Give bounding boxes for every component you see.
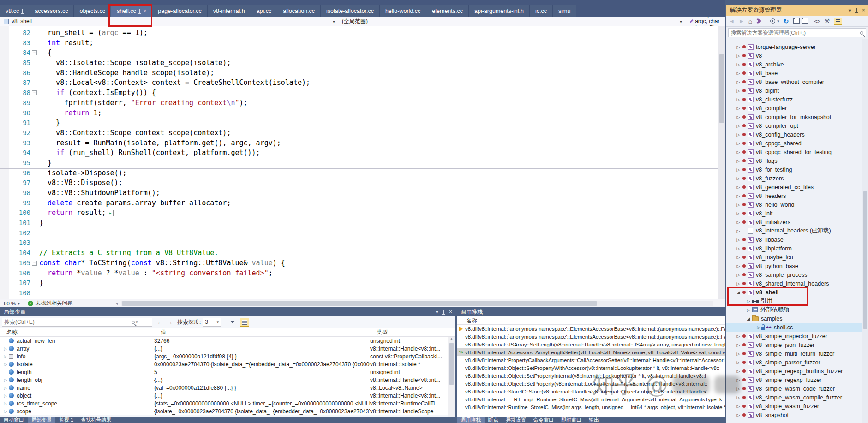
tree-item-torque-language-server[interactable]: ▷torque-language-server	[726, 42, 862, 51]
pin-icon[interactable]	[139, 9, 140, 13]
stack-frame-7[interactable]: v8.dll!v8::internal::Object::SetProperty…	[457, 380, 725, 387]
chevron-collapsed-icon[interactable]: ▷	[736, 404, 741, 409]
tree-item-v8-cppgc-shared[interactable]: ▷v8_cppgc_shared	[726, 139, 862, 148]
tree-item-v8-archive[interactable]: ▷v8_archive	[726, 60, 862, 69]
chevron-collapsed-icon[interactable]: ▷	[736, 167, 741, 172]
close-icon[interactable]: ×	[862, 7, 865, 13]
variable-row-rcs_timer_scope[interactable]: ▷rcs_timer_scope{stats_=0x00000000000000…	[0, 399, 455, 407]
scrollbar-thumb[interactable]	[719, 54, 724, 123]
tree-item-v8-snapshot[interactable]: ▷v8_snapshot	[726, 411, 862, 419]
file-tab-accessors-cc[interactable]: accessors.cc	[29, 5, 74, 17]
stack-frame-10[interactable]: v8.dll!v8::internal::Runtime_StoreIC_Mis…	[457, 403, 725, 411]
solution-explorer-scrollbar[interactable]	[862, 39, 868, 423]
search-next-icon[interactable]: →	[167, 319, 173, 326]
fold-margin[interactable]: −−−	[30, 28, 39, 298]
tree-item-v8-simple-multi-return-fuzzer[interactable]: ▷v8_simple_multi_return_fuzzer	[726, 349, 862, 358]
chevron-collapsed-icon[interactable]: ▷	[736, 395, 741, 400]
close-icon[interactable]: ×	[143, 9, 147, 13]
code-text[interactable]: run_shell = (argc == 1); int result; { v…	[39, 28, 718, 298]
chevron-collapsed-icon[interactable]: ▷	[736, 369, 741, 374]
chevron-collapsed-icon[interactable]: ▷	[736, 203, 741, 207]
back-icon[interactable]: ◄	[729, 18, 735, 24]
close-icon[interactable]: ×	[449, 309, 452, 315]
tool-tab-left-局部变量[interactable]: 局部变量	[28, 417, 55, 423]
chevron-collapsed-icon[interactable]: ▷	[736, 211, 741, 216]
chevron-collapsed-icon[interactable]: ▷	[736, 360, 741, 365]
grid-view-toggle-button[interactable]	[240, 318, 249, 327]
chevron-down-icon[interactable]: ▾	[680, 19, 682, 24]
file-tab-v8-internal-h[interactable]: v8-internal.h	[208, 5, 251, 17]
window-position-icon[interactable]: ▾	[436, 309, 438, 315]
tool-tab-left-自动窗口[interactable]: 自动窗口	[0, 417, 28, 423]
chevron-collapsed-icon[interactable]: ▷	[746, 299, 751, 304]
search-prev-icon[interactable]: ←	[157, 319, 163, 326]
tree-item--[interactable]: ▷外部依赖项	[726, 305, 862, 314]
member-dropdown[interactable]: main(int argc, char * argv[])	[685, 17, 725, 26]
tree-item-v8-compiler-opt[interactable]: ▷v8_compiler_opt	[726, 121, 862, 130]
tree-item-v8-compiler[interactable]: ▷v8_compiler	[726, 104, 862, 113]
chevron-collapsed-icon[interactable]: ▷	[736, 159, 741, 163]
file-tab-simu[interactable]: simu	[553, 5, 576, 17]
view-code-icon[interactable]: <>	[814, 18, 820, 24]
variable-row-scope[interactable]: ▷scope{isolate_=0x0000023ae2704370 {isol…	[0, 407, 455, 415]
expand-icon[interactable]: ▷	[2, 378, 9, 382]
chevron-collapsed-icon[interactable]: ▷	[736, 255, 741, 260]
tree-item-v8-base[interactable]: ▷v8_base	[726, 69, 862, 77]
file-tab-shell-cc[interactable]: shell.cc×	[111, 5, 152, 17]
tree-item-v8-flags[interactable]: ▷v8_flags	[726, 156, 862, 165]
tree-item-v8-config-headers[interactable]: ▷v8_config_headers	[726, 130, 862, 139]
pin-icon[interactable]	[22, 9, 23, 13]
tool-tab-right-断点[interactable]: 断点	[485, 417, 502, 423]
chevron-collapsed-icon[interactable]: ▷	[736, 54, 741, 58]
stack-frame-1[interactable]: v8.dll!v8::internal::`anonymous namespac…	[457, 333, 725, 340]
stack-frame-2[interactable]: v8.dll!v8::internal::JSArray::SetLength(…	[457, 340, 725, 348]
expand-icon[interactable]: ▷	[2, 354, 9, 359]
tree-item-v8-generated-cc-files[interactable]: ▷v8_generated_cc_files	[726, 183, 862, 191]
tree-item-v8-simple-wasm-compile-fuzzer[interactable]: ▷v8_simple_wasm_compile_fuzzer	[726, 393, 862, 402]
switch-views-icon[interactable]	[756, 18, 761, 24]
stack-frame-0[interactable]: v8.dll!v8::internal::`anonymous namespac…	[457, 325, 725, 333]
tree-item-v8-for-testing[interactable]: ▷v8_for_testing	[726, 165, 862, 174]
tree-item-v8-shell[interactable]: ◢v8_shell	[726, 288, 862, 297]
tree-item-v8-fuzzers[interactable]: ▷v8_fuzzers	[726, 174, 862, 183]
tree-item-v8-simple-wasm-code-fuzzer[interactable]: ▷v8_simple_wasm_code_fuzzer	[726, 384, 862, 393]
variable-row-info[interactable]: ▷info{args_=0x000000a121dfdf98 {4} }cons…	[0, 352, 455, 360]
chevron-down-icon[interactable]: ▾	[18, 301, 20, 306]
chevron-collapsed-icon[interactable]: ▷	[736, 246, 741, 251]
variable-row-array[interactable]: ▷array{...}v8::internal::Handle<v8::int.…	[0, 345, 455, 352]
tree-item-v8-python-base[interactable]: ▷v8_python_base	[726, 262, 862, 270]
sync-with-active-document-icon[interactable]	[802, 18, 806, 24]
fold-collapse-icon[interactable]: −	[32, 261, 37, 266]
preview-selected-items-toggle[interactable]	[834, 18, 842, 25]
chevron-collapsed-icon[interactable]: ▷	[736, 71, 741, 76]
chevron-collapsed-icon[interactable]: ▷	[736, 150, 741, 155]
chevron-collapsed-icon[interactable]: ▷	[736, 45, 741, 49]
tree-item-v8-cppgc-shared-for-testing[interactable]: ▷v8_cppgc_shared_for_testing	[726, 148, 862, 156]
stack-frame-5[interactable]: v8.dll!v8::internal::Object::SetProperty…	[457, 364, 725, 372]
editor-vertical-scrollbar[interactable]	[718, 26, 725, 299]
collapse-all-icon[interactable]	[793, 18, 797, 24]
stack-frame-8[interactable]: v8.dll!v8::internal::StoreIC::Store(v8::…	[457, 387, 725, 395]
tool-tab-right-调用堆栈[interactable]: 调用堆栈	[457, 417, 485, 423]
variable-row-isolate[interactable]: ▷isolate0x0000023ae2704370 {isolate_data…	[0, 360, 455, 368]
locals-vertical-scrollbar[interactable]: ▲	[448, 337, 455, 417]
chevron-collapsed-icon[interactable]: ▷	[736, 89, 741, 93]
tree-item-v8-internal-headers-[interactable]: ▷v8_internal_headers (已卸载)	[726, 226, 862, 235]
tree-item-v8-shared-internal-headers[interactable]: ▷v8_shared_internal_headers	[726, 279, 862, 288]
tree-item-v8-simple-json-fuzzer[interactable]: ▷v8_simple_json_fuzzer	[726, 340, 862, 349]
chevron-collapsed-icon[interactable]: ▷	[736, 185, 741, 190]
chevron-collapsed-icon[interactable]: ▷	[736, 62, 741, 67]
tool-tab-left-查找符号结果[interactable]: 查找符号结果	[77, 417, 115, 423]
file-tab-hello-world-cc[interactable]: hello-world.cc	[380, 5, 426, 17]
chevron-collapsed-icon[interactable]: ▷	[736, 132, 741, 137]
chevron-collapsed-icon[interactable]: ▷	[736, 115, 741, 119]
search-depth-dropdown[interactable]: 3 ▾	[203, 318, 221, 327]
chevron-expanded-icon[interactable]: ◢	[746, 316, 751, 321]
tree-item-v8-base-without-compiler[interactable]: ▷v8_base_without_compiler	[726, 77, 862, 86]
chevron-collapsed-icon[interactable]: ▷	[736, 334, 741, 339]
column-header-value[interactable]: 值	[154, 328, 370, 336]
chevron-collapsed-icon[interactable]: ▷	[736, 273, 741, 277]
chevron-down-icon[interactable]: ▾	[777, 19, 779, 24]
variable-row-length_obj[interactable]: ▷length_obj{...}v8::internal::Handle<v8:…	[0, 376, 455, 384]
tree-item-shell-cc[interactable]: ▷++shell.cc	[726, 323, 862, 332]
